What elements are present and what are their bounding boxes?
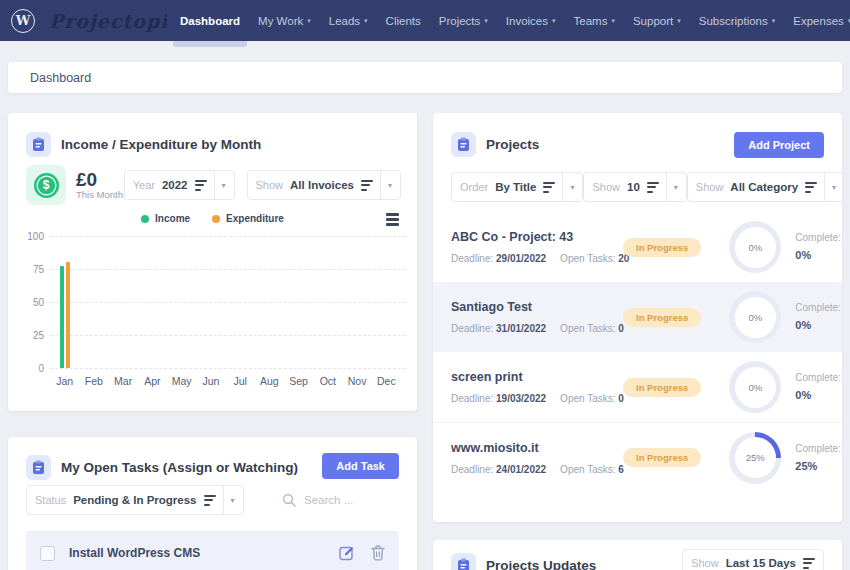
chevron-down-icon: ▾ bbox=[388, 181, 392, 190]
invoices-filter[interactable]: Show All Invoices ▾ bbox=[247, 170, 401, 200]
project-row: screen print Deadline: 19/03/2022 Open T… bbox=[433, 352, 842, 422]
nav-item-my-work[interactable]: My Work▾ bbox=[249, 0, 320, 41]
status-badge: In Progress bbox=[623, 238, 701, 257]
card-title: Projects bbox=[486, 137, 539, 152]
status-filter[interactable]: Status Pending & In Progress ▾ bbox=[26, 485, 244, 515]
edit-icon[interactable] bbox=[339, 545, 355, 561]
updates-period-filter[interactable]: Show Last 15 Days bbox=[682, 549, 824, 570]
chart-x-axis: JanFebMarAprMayJunJulAugSepOctNovDec bbox=[50, 375, 401, 387]
x-tick-label: Sep bbox=[284, 375, 313, 387]
project-title[interactable]: ABC Co - Project: 43 bbox=[451, 230, 611, 244]
project-title[interactable]: screen print bbox=[451, 370, 611, 384]
chart-menu-icon[interactable] bbox=[386, 213, 399, 226]
project-title[interactable]: Santiago Test bbox=[451, 300, 611, 314]
progress-donut: 0% bbox=[729, 221, 781, 273]
complete-value: 0% bbox=[795, 386, 841, 405]
chevron-down-icon: ▾ bbox=[552, 17, 556, 25]
add-project-button[interactable]: Add Project bbox=[734, 132, 824, 158]
bar-group-nov bbox=[347, 236, 377, 368]
status-badge: In Progress bbox=[623, 378, 701, 397]
income-dot-icon bbox=[141, 215, 149, 223]
card-title: Income / Expenditure by Month bbox=[61, 137, 261, 152]
project-list: ABC Co - Project: 43 Deadline: 29/01/202… bbox=[433, 212, 842, 492]
app-logo[interactable]: Projectopia bbox=[49, 10, 167, 32]
chevron-down-icon: ▾ bbox=[570, 183, 574, 192]
order-filter[interactable]: Order By Title ▾ bbox=[451, 172, 583, 202]
nav-item-leads[interactable]: Leads▾ bbox=[320, 0, 377, 41]
project-row: www.miosito.it Deadline: 24/01/2022 Open… bbox=[433, 422, 842, 492]
breadcrumb: Dashboard bbox=[8, 62, 842, 93]
add-task-button[interactable]: Add Task bbox=[322, 453, 399, 479]
bar-group-mar bbox=[109, 236, 139, 368]
wordpress-logo-icon[interactable]: W bbox=[11, 9, 35, 33]
status-badge: In Progress bbox=[623, 448, 701, 467]
chart-legend: Income Expenditure bbox=[8, 213, 417, 224]
expenditure-dot-icon bbox=[212, 215, 220, 223]
x-tick-label: Oct bbox=[313, 375, 342, 387]
clipboard-icon bbox=[26, 455, 51, 480]
x-tick-label: Jun bbox=[196, 375, 225, 387]
search-icon bbox=[282, 493, 296, 507]
complete-label: Complete: bbox=[795, 232, 841, 243]
nav-item-clients[interactable]: Clients bbox=[377, 0, 430, 41]
chevron-down-icon: ▾ bbox=[307, 17, 311, 25]
x-tick-label: Jan bbox=[50, 375, 79, 387]
chart-bars bbox=[50, 236, 406, 368]
projects-card: Projects Add Project Order By Title ▾ Sh… bbox=[433, 113, 842, 522]
y-tick-label: 75 bbox=[20, 264, 44, 275]
revenue-coin-icon: $ bbox=[26, 165, 66, 205]
sort-lines-icon bbox=[543, 182, 555, 193]
progress-donut: 0% bbox=[729, 291, 781, 343]
main-nav: Dashboard My Work▾ Leads▾ Clients Projec… bbox=[171, 0, 850, 41]
clipboard-icon bbox=[26, 132, 51, 157]
bar-group-jan bbox=[50, 236, 80, 368]
nav-item-projects[interactable]: Projects▾ bbox=[430, 0, 497, 41]
show-count-filter[interactable]: Show 10 ▾ bbox=[583, 172, 686, 202]
task-title[interactable]: Install WordPress CMS bbox=[69, 546, 200, 560]
projects-updates-card: Projects Updates Show Last 15 Days bbox=[433, 540, 842, 570]
bar-group-sep bbox=[287, 236, 317, 368]
expenditure-bar bbox=[66, 262, 70, 368]
nav-item-dashboard[interactable]: Dashboard bbox=[171, 0, 249, 41]
legend-expenditure[interactable]: Expenditure bbox=[212, 213, 284, 224]
chevron-down-icon: ▾ bbox=[832, 183, 836, 192]
chevron-down-icon: ▾ bbox=[231, 496, 235, 505]
x-tick-label: Aug bbox=[255, 375, 284, 387]
income-expenditure-card: Income / Expenditure by Month $ £0 This … bbox=[8, 113, 417, 411]
delete-trash-icon[interactable] bbox=[371, 545, 385, 561]
y-tick-label: 100 bbox=[20, 231, 44, 242]
task-checkbox[interactable] bbox=[40, 546, 55, 561]
complete-value: 25% bbox=[795, 457, 841, 476]
nav-item-invoices[interactable]: Invoices▾ bbox=[497, 0, 565, 41]
bar-group-apr bbox=[139, 236, 169, 368]
progress-donut: 25% bbox=[729, 432, 781, 484]
category-filter[interactable]: Show All Category ▾ bbox=[687, 172, 842, 202]
task-row: Install WordPress CMS Assigned to: Jesse… bbox=[26, 531, 399, 570]
bar-group-jun bbox=[198, 236, 228, 368]
bar-group-jul bbox=[228, 236, 258, 368]
x-tick-label: Mar bbox=[109, 375, 138, 387]
card-title: My Open Tasks (Assign or Watching) bbox=[61, 460, 298, 475]
income-bar bbox=[60, 266, 64, 368]
sort-lines-icon bbox=[803, 558, 815, 569]
chevron-down-icon: ▾ bbox=[222, 181, 226, 190]
clipboard-icon bbox=[451, 132, 476, 157]
search-input[interactable] bbox=[304, 494, 399, 506]
bar-group-oct bbox=[317, 236, 347, 368]
nav-item-subscriptions[interactable]: Subscriptions▾ bbox=[690, 0, 785, 41]
year-filter[interactable]: Year 2022 ▾ bbox=[124, 170, 235, 200]
nav-item-expenses[interactable]: Expenses▾ bbox=[784, 0, 850, 41]
bar-group-dec bbox=[376, 236, 406, 368]
top-navbar: W Projectopia Dashboard My Work▾ Leads▾ … bbox=[0, 0, 850, 41]
status-badge: In Progress bbox=[623, 308, 701, 327]
nav-item-support[interactable]: Support▾ bbox=[624, 0, 690, 41]
card-title: Projects Updates bbox=[486, 558, 596, 570]
nav-item-teams[interactable]: Teams▾ bbox=[565, 0, 624, 41]
sort-lines-icon bbox=[805, 182, 817, 193]
task-search bbox=[282, 493, 399, 507]
legend-income[interactable]: Income bbox=[141, 213, 190, 224]
complete-value: 0% bbox=[795, 316, 841, 335]
sort-lines-icon bbox=[361, 180, 373, 191]
chevron-down-icon: ▾ bbox=[772, 17, 776, 25]
project-title[interactable]: www.miosito.it bbox=[451, 441, 611, 455]
